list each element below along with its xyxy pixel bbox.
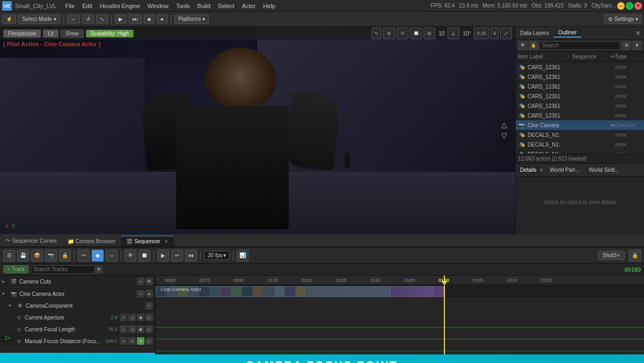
data-layers-tab[interactable]: Data Layers [516, 29, 554, 37]
rotate-tool-btn[interactable]: ↺ [82, 14, 94, 24]
seq-curves-tab[interactable]: 〜 Sequencer Curves [0, 235, 62, 246]
seq-cam-btn[interactable]: 📷 [45, 250, 57, 262]
blue-clip[interactable] [390, 286, 444, 297]
lit-btn[interactable]: Lit [43, 30, 58, 38]
seq-waveform-btn[interactable]: 📊 [237, 250, 248, 262]
track-add-btn[interactable]: + [137, 278, 144, 285]
grid-icon[interactable]: ⊞ [423, 27, 435, 39]
add-track-button[interactable]: + Track [3, 265, 28, 273]
menu-actor[interactable]: Actor [239, 2, 259, 10]
track-add-keyframe-btn[interactable]: + [120, 314, 127, 321]
outliner-eye-btn[interactable]: 👁 [518, 41, 528, 50]
seq-play-btn[interactable]: ▶ [157, 250, 169, 262]
angle-icon[interactable]: ∠ [448, 27, 459, 39]
content-browser-tab[interactable]: 📁 Content Browser [62, 236, 121, 246]
track-add-keyframe-btn[interactable]: + [120, 337, 127, 345]
list-item[interactable]: 🎭 CARS_12361 Actor [516, 91, 644, 101]
track-search-input[interactable] [31, 265, 95, 274]
filter-btn[interactable]: ▼ [95, 266, 103, 273]
track-add-keyframe-btn[interactable]: + [120, 325, 127, 333]
world-settings-tab[interactable]: World Setti... [584, 166, 624, 174]
viewport-scene[interactable]: X Y △ ▽ [0, 27, 515, 234]
menu-edit[interactable]: Edit [79, 2, 96, 10]
seq-shot-label[interactable]: Shot3+ [598, 251, 625, 260]
menu-window[interactable]: Window [144, 2, 172, 10]
outliner-lock-btn[interactable]: 🔒 [529, 41, 538, 50]
seq-lock-btn[interactable]: 🔒 [59, 250, 71, 262]
details-tab[interactable]: Details [516, 166, 541, 174]
seq-save-btn[interactable]: 💾 [17, 250, 29, 262]
kf-btn-add[interactable]: ◆ [137, 314, 144, 321]
seq-transform-btn[interactable]: ↔ [106, 250, 118, 262]
sequencer-tab[interactable]: 🎬 Sequencer ✕ [121, 236, 173, 246]
aperture-track[interactable]: ◇ Current Aperture 2.8 + ◁ ◆ ▷ [0, 311, 155, 323]
col-type-label[interactable]: Type [615, 54, 642, 60]
menu-build[interactable]: Build [194, 2, 214, 10]
list-item[interactable]: 🎭 DECALS_N1: Actor [516, 140, 644, 149]
track-add-btn[interactable]: + [145, 302, 153, 309]
seq-obj-btn[interactable]: 📦 [31, 250, 43, 262]
seq-options-btn[interactable]: ☰ [3, 250, 15, 262]
maximize-viewport-btn[interactable]: ⤢ [500, 27, 512, 39]
maximize-button[interactable]: □ [626, 2, 633, 10]
scale-tool-btn[interactable]: ⤡ [96, 14, 108, 24]
focal-length-track[interactable]: ◇ Current Focal Length 35.0 + ◁ ◆ ▷ [0, 323, 155, 335]
list-item[interactable]: 🎭 DECALS_N1: Actor [516, 149, 644, 154]
select-mode-btn[interactable]: Select Mode ▾ [18, 14, 60, 24]
show-btn[interactable]: Show [61, 30, 84, 38]
transform-icon[interactable]: ⊕ [383, 27, 395, 39]
timeline-playhead[interactable] [444, 285, 445, 354]
seq-curve-btn[interactable]: 〜 [78, 250, 90, 262]
track-record-btn[interactable]: ● [145, 290, 153, 297]
play-btn[interactable]: ▶ [115, 14, 127, 24]
seq-snap-btn[interactable]: 🔲 [138, 250, 150, 262]
seq-loop-btn[interactable]: ↩ [171, 250, 183, 262]
minimize-button[interactable]: — [617, 2, 625, 10]
list-item[interactable]: 🎭 CARS_12361 Actor [516, 101, 644, 111]
cine-camera-track[interactable]: ▾ 📷 Cine Camera Actor + ● [0, 288, 155, 300]
sequencer-tab-close[interactable]: ✕ [164, 239, 169, 244]
record-btn[interactable]: ● [157, 14, 167, 24]
cam-count-btn[interactable]: 4 [491, 27, 499, 39]
kf-btn-next[interactable]: ▷ [145, 337, 153, 345]
kf-btn-prev[interactable]: ◁ [128, 337, 136, 345]
details-tab-close[interactable]: ✕ [539, 168, 544, 173]
outliner-search[interactable] [539, 41, 620, 50]
kf-btn-prev[interactable]: ◁ [128, 325, 136, 333]
step-fwd-btn[interactable]: ⏭ [129, 14, 142, 24]
mode-icon-btn[interactable]: ⚡ [2, 14, 16, 24]
camera-cuts-track[interactable]: ▸ 🎬 Camera Cuts + 👁 [0, 275, 155, 287]
outliner-settings-btn[interactable]: ⚙ [621, 41, 631, 50]
seq-key-btn[interactable]: ◆ [92, 250, 104, 262]
track-add-btn[interactable]: + [137, 290, 144, 297]
outliner-filter-btn[interactable]: ▼ [632, 41, 642, 50]
menu-tools[interactable]: Tools [173, 2, 193, 10]
snap-icon[interactable]: 🔲 [410, 27, 422, 39]
move-tool-btn[interactable]: ↔ [67, 14, 80, 24]
menu-file[interactable]: File [62, 2, 78, 10]
perspective-btn[interactable]: Perspective [3, 30, 41, 38]
list-item[interactable]: 🎭 DECALS_N1: Actor [516, 130, 644, 140]
outliner-tab[interactable]: Outliner [554, 28, 581, 38]
menu-select[interactable]: Select [215, 2, 238, 10]
list-item[interactable]: 🎭 CARS_12361 Actor [516, 62, 644, 72]
track-eye-btn[interactable]: 👁 [145, 278, 153, 285]
seq-cam-lock-btn[interactable]: 🔒 [629, 250, 641, 262]
select-mode-icon[interactable]: ↖ [372, 27, 382, 39]
kf-btn-next[interactable]: ▷ [145, 325, 153, 333]
close-button[interactable]: ✕ [634, 2, 642, 10]
list-item[interactable]: 🎭 CARS_12361 Actor [516, 111, 644, 120]
world-parts-tab[interactable]: World Part... [546, 166, 584, 174]
settings-btn[interactable]: ⚙ Settings ▾ [604, 14, 642, 24]
kf-btn-next[interactable]: ▷ [145, 314, 153, 321]
kf-btn-check[interactable]: ✓ [137, 337, 144, 345]
kf-btn-prev[interactable]: ◁ [128, 314, 136, 321]
camera-component-track[interactable]: ▾ ⚙ CameraComponent + [0, 300, 155, 311]
list-item[interactable]: 🎭 CARS_12361 Actor [516, 72, 644, 82]
platforms-btn[interactable]: Platforms ▾ [174, 14, 209, 24]
outliner-close-btn[interactable]: ✕ [632, 30, 644, 37]
kf-btn-add[interactable]: ◆ [137, 325, 144, 333]
list-item-camera[interactable]: 📷 Cine Camera ✏ CineCam [516, 120, 644, 130]
menu-help[interactable]: Help [260, 2, 279, 10]
scalability-btn[interactable]: Scalability: High [86, 30, 134, 38]
